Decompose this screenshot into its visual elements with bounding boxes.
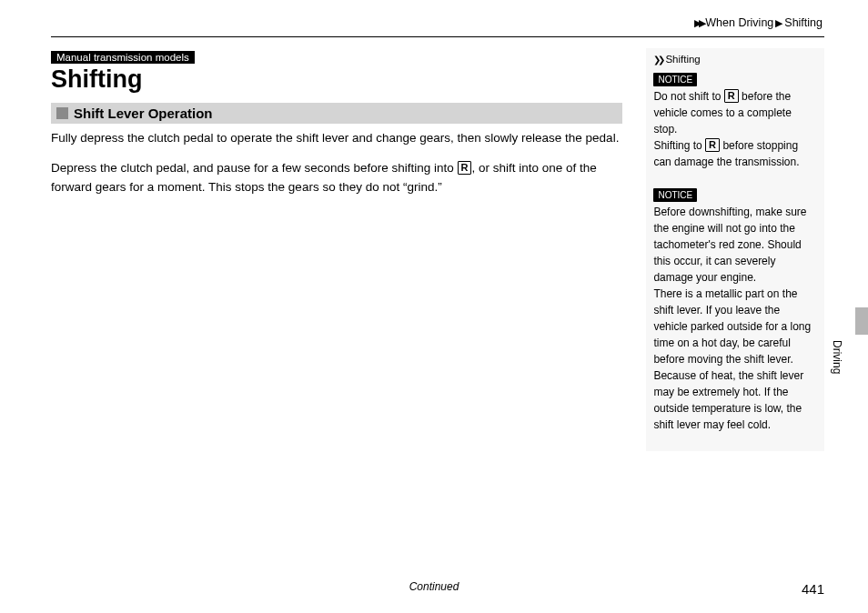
paragraph: Depress the clutch pedal, and pause for … — [51, 159, 622, 197]
gear-indicator: R — [458, 161, 472, 175]
square-bullet-icon — [56, 107, 68, 119]
section-tab — [855, 307, 868, 335]
section-heading: Shift Lever Operation — [74, 106, 213, 121]
paragraph: Fully depress the clutch pedal to operat… — [51, 129, 622, 148]
page-title: Shifting — [51, 65, 622, 94]
continued-label: Continued — [0, 580, 868, 593]
chevron-right-icon: ▶▶ — [694, 17, 703, 28]
gear-indicator: R — [705, 138, 720, 152]
notice-text: Do not shift to R before the vehicle com… — [653, 88, 815, 170]
notice-badge: NOTICE — [653, 188, 697, 202]
main-column: Manual transmission models Shifting Shif… — [51, 48, 622, 451]
section-tab-label: Driving — [831, 340, 843, 374]
chevron-right-icon: ❯❯ — [653, 55, 662, 65]
chevron-right-icon: ▶ — [775, 17, 782, 28]
breadcrumb: ▶▶When Driving▶Shifting — [51, 16, 824, 29]
notice-text: Before downshifting, make sure the engin… — [653, 204, 815, 286]
breadcrumb-item: When Driving — [705, 16, 773, 29]
sidebar: ❯❯Shifting NOTICE Do not shift to R befo… — [646, 48, 824, 451]
model-tag: Manual transmission models — [51, 51, 195, 64]
notice-badge: NOTICE — [653, 73, 697, 86]
divider — [51, 36, 824, 37]
gear-indicator: R — [724, 89, 739, 103]
breadcrumb-item: Shifting — [784, 16, 823, 29]
page-number: 441 — [802, 581, 824, 597]
sidebar-heading: ❯❯Shifting — [653, 52, 815, 67]
body-text: Fully depress the clutch pedal to operat… — [51, 129, 622, 197]
section-heading-bar: Shift Lever Operation — [51, 103, 622, 124]
sidebar-paragraph: There is a metallic part on the shift le… — [653, 286, 815, 433]
